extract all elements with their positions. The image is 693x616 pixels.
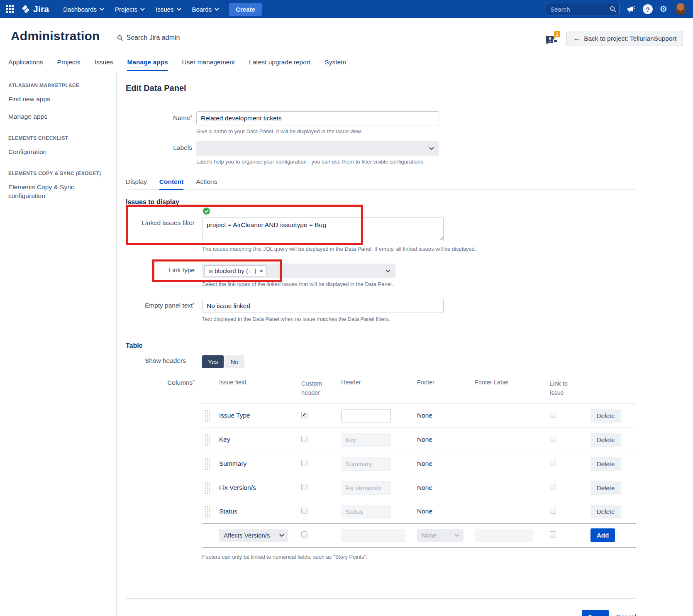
- tab-actions[interactable]: Actions: [196, 178, 217, 189]
- back-to-project-button[interactable]: ← Back to project: TellurianSupport: [566, 31, 683, 46]
- custom-header-checkbox[interactable]: [301, 484, 307, 490]
- link-to-issue-checkbox[interactable]: [550, 460, 556, 466]
- valid-check-icon: [203, 208, 210, 215]
- link-to-issue-checkbox[interactable]: [550, 508, 556, 514]
- admin-tab-bar: Applications Projects Issues Manage apps…: [0, 59, 693, 71]
- search-input[interactable]: [546, 3, 620, 15]
- admin-search[interactable]: Search Jira admin: [117, 34, 180, 42]
- jira-wordmark: Jira: [33, 4, 49, 14]
- footer-value: None: [417, 484, 475, 491]
- chevron-down-icon: [140, 8, 145, 11]
- columns-label: Columns*: [126, 379, 202, 548]
- sidebar-item-copy-sync-configuration[interactable]: Elements Copy & Sync configuration: [8, 183, 98, 200]
- custom-header-checkbox[interactable]: [301, 436, 307, 442]
- header-input[interactable]: [341, 481, 391, 495]
- announcement-icon[interactable]: [626, 5, 636, 14]
- show-headers-no-button[interactable]: No: [224, 355, 244, 368]
- sidebar-heading-elements-copy-sync: ELEMENTS COPY & SYNC (EXOCET): [8, 171, 108, 176]
- footer-select[interactable]: None: [417, 529, 464, 542]
- link-to-issue-checkbox[interactable]: [550, 412, 556, 418]
- custom-header-checkbox[interactable]: [301, 412, 307, 418]
- chevron-down-icon: [386, 269, 390, 273]
- add-button[interactable]: Add: [591, 528, 615, 542]
- labels-select[interactable]: [196, 141, 439, 156]
- delete-button[interactable]: Delete: [591, 481, 621, 495]
- header-input[interactable]: [341, 505, 391, 518]
- gear-icon[interactable]: ⚙: [659, 4, 667, 14]
- col-header-footer-label: Footer Label: [475, 379, 550, 386]
- tab-user-management[interactable]: User management: [182, 59, 235, 71]
- app-switcher-icon[interactable]: [6, 5, 14, 13]
- tab-projects[interactable]: Projects: [57, 59, 81, 71]
- name-input[interactable]: [196, 111, 439, 125]
- header-input[interactable]: [341, 457, 391, 471]
- delete-button[interactable]: Delete: [591, 457, 621, 471]
- avatar[interactable]: [674, 2, 687, 16]
- bottom-divider: [126, 598, 636, 599]
- tab-applications[interactable]: Applications: [8, 59, 43, 71]
- tab-display[interactable]: Display: [126, 178, 147, 189]
- drag-handle-icon[interactable]: [205, 482, 210, 494]
- link-type-select[interactable]: is blocked by (←) ×: [202, 264, 395, 278]
- col-header-footer: Footer: [417, 379, 475, 386]
- save-button[interactable]: Save: [582, 610, 609, 616]
- search-icon: [117, 35, 123, 41]
- notification-badge: 1: [554, 31, 561, 38]
- remove-chip-icon[interactable]: ×: [260, 268, 263, 274]
- custom-header-checkbox[interactable]: [301, 460, 307, 466]
- delete-button[interactable]: Delete: [591, 505, 621, 518]
- drag-handle-icon[interactable]: [205, 505, 210, 518]
- footer-label-input[interactable]: [475, 529, 533, 542]
- main-panel: Edit Data Panel Name* Give a name to you…: [117, 71, 693, 616]
- issue-field-select[interactable]: Affects Version/s: [219, 529, 288, 542]
- footer-value: None: [417, 436, 475, 443]
- table-row: Key None Delete: [202, 428, 636, 452]
- show-headers-yes-button[interactable]: Yes: [202, 355, 224, 368]
- linked-issues-filter-label: Linked issues filter: [126, 208, 202, 227]
- back-arrow-icon: ←: [573, 34, 580, 43]
- tab-issues[interactable]: Issues: [95, 59, 113, 71]
- navbar-search: [546, 3, 620, 15]
- sidebar-item-configuration[interactable]: Configuration: [8, 148, 98, 156]
- link-to-issue-checkbox[interactable]: [550, 484, 556, 490]
- table-row: Issue Type None Delete: [202, 403, 636, 428]
- tab-manage-apps[interactable]: Manage apps: [127, 59, 168, 71]
- nav-dashboards[interactable]: Dashboards: [59, 3, 108, 15]
- link-type-label: Link type: [126, 264, 202, 274]
- custom-header-checkbox[interactable]: [301, 531, 307, 538]
- jql-filter-textarea[interactable]: project = AirCleaner AND issuetype = Bug: [202, 218, 444, 241]
- cancel-link[interactable]: Cancel: [616, 613, 636, 616]
- create-button[interactable]: Create: [229, 3, 262, 16]
- header-input[interactable]: [341, 409, 391, 423]
- link-to-issue-checkbox[interactable]: [550, 436, 556, 442]
- search-icon[interactable]: [610, 6, 616, 12]
- delete-button[interactable]: Delete: [591, 433, 621, 447]
- col-header-issue-field: Issue field: [219, 379, 301, 386]
- chevron-down-icon: [100, 8, 104, 11]
- drag-handle-icon[interactable]: [205, 409, 210, 422]
- delete-button[interactable]: Delete: [591, 409, 621, 423]
- help-icon[interactable]: ?: [643, 4, 653, 14]
- jira-logo[interactable]: Jira: [21, 4, 49, 14]
- tab-latest-upgrade-report[interactable]: Latest upgrade report: [249, 59, 310, 71]
- header-input[interactable]: [341, 433, 391, 447]
- tab-content[interactable]: Content: [159, 178, 184, 190]
- nav-projects[interactable]: Projects: [111, 3, 149, 15]
- page-title: Edit Data Panel: [126, 83, 636, 93]
- drag-handle-icon[interactable]: [205, 457, 210, 470]
- link-to-issue-checkbox[interactable]: [550, 531, 556, 538]
- tab-system[interactable]: System: [325, 59, 346, 71]
- nav-issues[interactable]: Issues: [151, 3, 185, 15]
- add-column-row: Affects Version/s None Add: [202, 524, 636, 547]
- show-headers-label: Show headers: [126, 355, 193, 364]
- notification-icon[interactable]: 1: [545, 32, 561, 46]
- nav-boards[interactable]: Boards: [188, 3, 224, 15]
- custom-header-checkbox[interactable]: [301, 508, 307, 514]
- sidebar-item-find-new-apps[interactable]: Find new apps: [8, 95, 98, 104]
- col-header-header: Header: [341, 379, 417, 386]
- empty-panel-text-input[interactable]: [202, 299, 444, 313]
- sidebar-item-manage-apps[interactable]: Manage apps: [8, 112, 98, 121]
- header-input[interactable]: [341, 529, 405, 542]
- drag-handle-icon[interactable]: [205, 433, 210, 446]
- form-actions: Save Cancel: [126, 610, 636, 616]
